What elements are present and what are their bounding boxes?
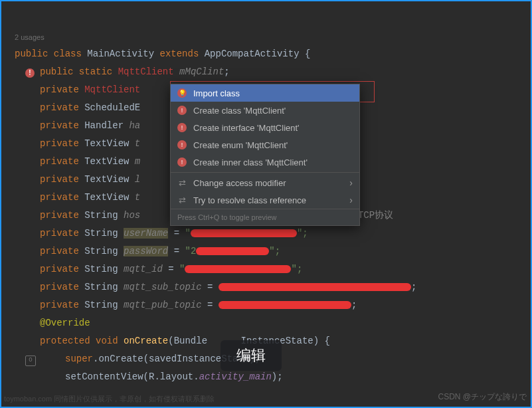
popup-item-import-class[interactable]: 💡 Import class: [171, 84, 359, 102]
editor-viewport: ! O 2 usages public class MainActivity e…: [0, 0, 532, 408]
redaction-scribble: [196, 247, 269, 255]
popup-item-label: Import class: [193, 88, 240, 98]
bulb-icon: !: [177, 140, 187, 150]
code-line: @Override: [15, 314, 531, 332]
popup-item-resolve-reference[interactable]: ⇄ Try to resolve class reference ›: [171, 191, 359, 209]
bulb-icon: 💡: [177, 88, 187, 98]
popup-item-label: Change access modifier: [193, 178, 286, 188]
error-bulb-icon[interactable]: !: [25, 68, 35, 78]
popup-item-label: Create interface 'MqttClient': [193, 123, 300, 133]
quickfix-popup: 💡 Import class ! Create class 'MqttClien…: [170, 84, 360, 226]
usages-hint[interactable]: 2 usages: [15, 7, 531, 45]
code-line: public static MqttClient mMqClint;: [15, 63, 531, 81]
popup-separator: [171, 172, 359, 173]
edit-pill[interactable]: 编辑: [221, 340, 282, 371]
gutter: ! O: [1, 1, 39, 407]
popup-item-label: Create class 'MqttClient': [193, 106, 286, 116]
code-line: private String mqtt_pub_topic = ;: [15, 296, 531, 314]
bulb-icon: !: [177, 157, 187, 167]
intention-icon: ⇄: [177, 178, 187, 187]
bulb-icon: !: [177, 106, 187, 115]
popup-item-create-interface[interactable]: ! Create interface 'MqttClient': [171, 119, 359, 136]
code-line: public class MainActivity extends AppCom…: [15, 45, 531, 63]
watermark: CSDN @チップな誇りで: [438, 391, 527, 403]
redaction-scribble: [219, 283, 411, 291]
code-line: private String mqtt_sub_topic = ;: [15, 278, 531, 296]
popup-item-label: Create inner class 'MqttClient': [193, 157, 308, 167]
popup-item-label: Try to resolve class reference: [193, 195, 306, 205]
intention-icon: ⇄: [177, 195, 187, 205]
popup-item-change-access[interactable]: ⇄ Change access modifier ›: [171, 174, 359, 191]
popup-item-create-class[interactable]: ! Create class 'MqttClient': [171, 102, 359, 119]
watermark-left: toymoban.com 同情图片仅供展示，非原创，如有侵权请联系删除: [4, 394, 215, 404]
code-line: private String userName = "";: [15, 225, 531, 243]
code-line: private String mqtt_id = "";: [15, 260, 531, 278]
chevron-right-icon: ›: [349, 195, 353, 205]
redaction-scribble: [191, 229, 297, 237]
popup-item-label: Create enum 'MqttClient': [193, 140, 288, 150]
code-line: private String passWord = "2";: [15, 243, 531, 260]
popup-footer-hint: Press Ctrl+Q to toggle preview: [171, 209, 359, 225]
chevron-right-icon: ›: [349, 177, 353, 188]
code-line: setContentView(R.layout.activity_main);: [15, 368, 531, 386]
override-marker-icon[interactable]: O: [25, 356, 36, 366]
bulb-icon: !: [177, 123, 187, 132]
popup-item-create-enum[interactable]: ! Create enum 'MqttClient': [171, 136, 359, 153]
redaction-scribble: [219, 301, 351, 309]
redaction-scribble: [185, 265, 291, 273]
popup-item-create-inner-class[interactable]: ! Create inner class 'MqttClient': [171, 153, 359, 171]
